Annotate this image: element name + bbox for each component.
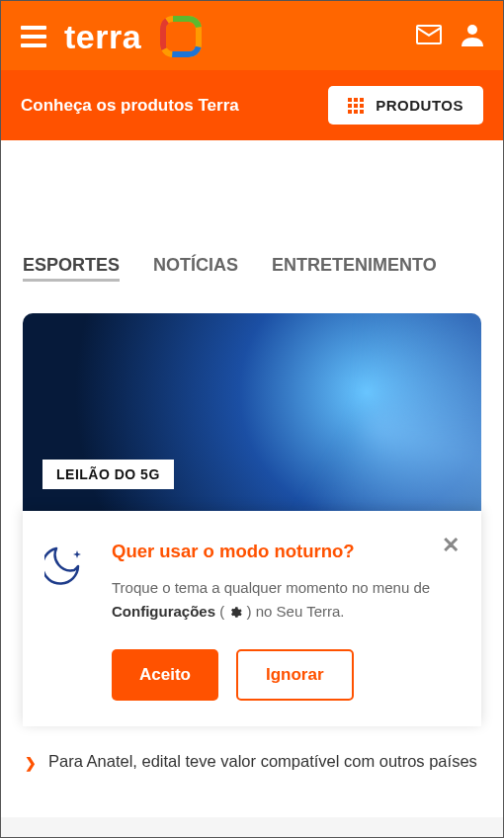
tab-sports[interactable]: ESPORTES	[23, 255, 120, 282]
menu-icon[interactable]	[21, 26, 46, 47]
sub-header: Conheça os produtos Terra PRODUTOS	[1, 70, 503, 140]
header-right	[416, 23, 483, 50]
moon-icon	[44, 545, 90, 701]
close-icon[interactable]: ✕	[442, 533, 460, 558]
dark-mode-prompt: Quer usar o modo noturno? Troque o tema …	[23, 511, 481, 726]
ad-space	[1, 140, 503, 239]
accept-button[interactable]: Aceito	[112, 649, 218, 701]
products-button-label: PRODUTOS	[376, 97, 463, 114]
feature-card[interactable]: LEILÃO DO 5G	[23, 313, 481, 511]
app-header: terra	[1, 1, 503, 70]
brand-logo-text: terra	[64, 18, 141, 56]
tab-entertainment[interactable]: ENTRETENIMENTO	[272, 255, 437, 282]
mail-icon[interactable]	[416, 25, 442, 48]
header-left: terra	[21, 15, 203, 58]
dark-mode-description: Troque o tema a qualquer momento no menu…	[112, 576, 460, 624]
subheader-text: Conheça os produtos Terra	[21, 96, 239, 116]
svg-rect-0	[163, 19, 199, 54]
tabs-bar: ESPORTES NOTÍCIAS ENTRETENIMENTO	[1, 239, 503, 293]
chevron-right-icon: ❯	[25, 754, 37, 773]
dark-mode-title: Quer usar o modo noturno?	[112, 541, 460, 562]
products-button[interactable]: PRODUTOS	[328, 86, 483, 125]
svg-rect-1	[163, 19, 199, 54]
news-item[interactable]: ❯ Para Anatel, edital teve valor compatí…	[23, 740, 481, 783]
news-text: Para Anatel, edital teve valor compatíve…	[48, 750, 477, 773]
terra-logo-icon	[159, 15, 203, 58]
content-area: LEILÃO DO 5G Quer usar o modo noturno? T…	[1, 293, 503, 817]
dismiss-button[interactable]: Ignorar	[236, 649, 354, 701]
svg-rect-3	[163, 19, 199, 54]
svg-point-4	[467, 25, 477, 35]
user-icon[interactable]	[462, 23, 483, 50]
svg-rect-2	[163, 19, 199, 54]
gear-icon	[228, 606, 242, 620]
tab-news[interactable]: NOTÍCIAS	[153, 255, 238, 282]
grid-icon	[348, 98, 364, 114]
card-badge: LEILÃO DO 5G	[42, 460, 174, 489]
